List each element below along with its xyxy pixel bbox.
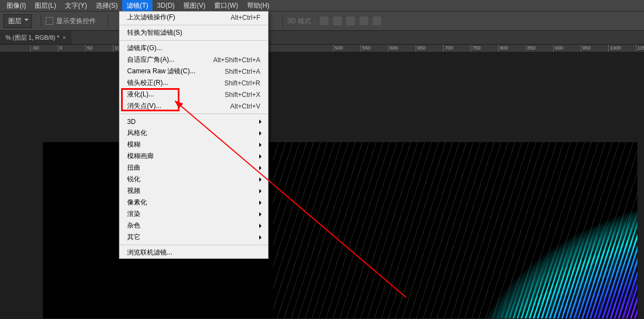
menu-item-shortcut: Shift+Ctrl+R (225, 79, 260, 87)
menu-item-label: 滤镜库(G)... (127, 44, 162, 53)
document-tab[interactable]: % (图层 1, RGB/8) * × (0, 31, 72, 44)
menu-item-shortcut: Shift+Ctrl+X (225, 91, 260, 99)
3d-tool-icon[interactable] (333, 17, 342, 25)
menu-image[interactable]: 图像(I) (2, 0, 30, 12)
menu-item-label: 扭曲 (127, 163, 140, 172)
menu-window[interactable]: 窗口(W) (210, 0, 242, 12)
separator-icon (282, 15, 283, 27)
menu-item-label: 锐化 (127, 175, 140, 184)
menu-item-label: 视频 (127, 186, 140, 196)
3d-tool-icon[interactable] (373, 17, 381, 25)
menu-type[interactable]: 文字(Y) (61, 0, 91, 12)
menu-item-label: 转换为智能滤镜(S) (127, 28, 182, 37)
separator-icon (108, 15, 108, 27)
menu-item-label: 自适应广角(A)... (127, 55, 174, 64)
document-tab-strip: % (图层 1, RGB/8) * × (0, 31, 644, 45)
layer-dropdown[interactable]: 图层 (3, 14, 32, 28)
menu-item-filter-gallery[interactable]: 滤镜库(G)... (119, 42, 268, 54)
menu-item-label: 镜头校正(R)... (127, 78, 168, 88)
menu-help[interactable]: 帮助(H) (243, 0, 274, 12)
menu-item-label: 液化(L)... (127, 90, 154, 99)
menu-item-noise[interactable]: 杂色 (119, 220, 268, 231)
menu-item-stylize[interactable]: 风格化 (119, 127, 268, 139)
document-image (273, 142, 637, 318)
menu-item-last-filter[interactable]: 上次滤镜操作(F) Alt+Ctrl+F (119, 12, 268, 23)
menu-item-sharpen[interactable]: 锐化 (119, 174, 268, 185)
menu-item-shortcut: Alt+Ctrl+V (230, 102, 260, 110)
close-tab-icon[interactable]: × (63, 35, 66, 41)
menu-item-distort[interactable]: 扭曲 (119, 162, 268, 174)
menu-3d[interactable]: 3D(D) (152, 1, 179, 10)
menu-select[interactable]: 选择(S) (91, 0, 122, 12)
document-tab-title: % (图层 1, RGB/8) * (6, 34, 59, 42)
menu-filter[interactable]: 滤镜(T) (122, 0, 152, 12)
menu-item-shortcut: Alt+Ctrl+F (231, 14, 260, 21)
menu-item-label: 模糊画廊 (127, 152, 154, 161)
menu-item-3d[interactable]: 3D (119, 116, 268, 127)
menu-item-browse-online[interactable]: 浏览联机滤镜... (119, 247, 268, 258)
menu-layer[interactable]: 图层(L) (30, 0, 61, 12)
menu-item-label: 模糊 (127, 140, 140, 149)
show-transform-label: 显示变换控件 (56, 17, 96, 26)
menu-view[interactable]: 视图(V) (179, 0, 210, 12)
menu-item-adaptive-wide-angle[interactable]: 自适应广角(A)... Alt+Shift+Ctrl+A (119, 54, 268, 66)
3d-tool-icon[interactable] (320, 17, 329, 25)
app-root: 图像(I) 图层(L) 文字(Y) 选择(S) 滤镜(T) 3D(D) 视图(V… (0, 0, 644, 319)
menu-item-label: 3D (127, 118, 135, 126)
menu-item-label: 风格化 (127, 128, 147, 138)
menu-item-label: 浏览联机滤镜... (127, 248, 172, 257)
menu-item-render[interactable]: 渲染 (119, 208, 268, 220)
menu-item-other[interactable]: 其它 (119, 231, 268, 243)
menu-item-blur[interactable]: 模糊 (119, 139, 268, 150)
menu-item-camera-raw[interactable]: Camera Raw 滤镜(C)... Shift+Ctrl+A (119, 66, 268, 77)
menu-item-video[interactable]: 视频 (119, 185, 268, 197)
3d-mode-label: 3D 模式： (287, 17, 318, 26)
menu-item-pixelate[interactable]: 像素化 (119, 197, 268, 208)
menu-item-blur-gallery[interactable]: 模糊画廊 (119, 150, 268, 162)
canvas-area (0, 52, 644, 319)
menu-item-liquify[interactable]: 液化(L)... Shift+Ctrl+X (119, 89, 268, 100)
separator-icon (41, 15, 41, 27)
menu-item-label: 渲染 (127, 209, 140, 219)
filter-menu: 上次滤镜操作(F) Alt+Ctrl+F 转换为智能滤镜(S) 滤镜库(G)..… (119, 11, 269, 259)
menu-item-label: 消失点(V)... (127, 101, 161, 111)
menu-item-lens-correction[interactable]: 镜头校正(R)... Shift+Ctrl+R (119, 77, 268, 89)
3d-tool-icon[interactable] (346, 17, 355, 25)
menu-item-shortcut: Alt+Shift+Ctrl+A (213, 56, 260, 64)
3d-tool-icon[interactable] (359, 17, 368, 25)
menu-item-smart-filter[interactable]: 转换为智能滤镜(S) (119, 27, 268, 39)
menu-item-label: 其它 (127, 233, 140, 242)
menu-item-label: 上次滤镜操作(F) (127, 13, 175, 22)
menu-item-shortcut: Shift+Ctrl+A (225, 68, 260, 75)
menu-item-label: 像素化 (127, 198, 147, 207)
menubar: 图像(I) 图层(L) 文字(Y) 选择(S) 滤镜(T) 3D(D) 视图(V… (0, 0, 644, 11)
menu-item-vanishing-point[interactable]: 消失点(V)... Alt+Ctrl+V (119, 100, 268, 112)
options-bar: 图层 显示变换控件 3D 模式： (0, 11, 644, 31)
menu-item-label: 杂色 (127, 221, 140, 230)
menu-item-label: Camera Raw 滤镜(C)... (127, 67, 195, 76)
show-transform-checkbox[interactable] (46, 17, 53, 25)
